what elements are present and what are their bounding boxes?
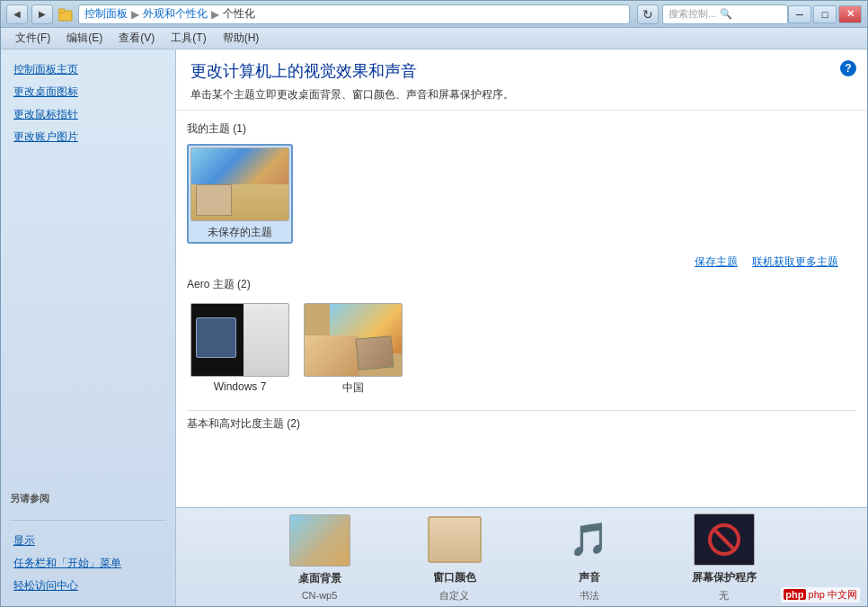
overlay-box <box>196 184 232 216</box>
china-label: 中国 <box>342 380 364 396</box>
theme-item-china[interactable]: 中国 <box>300 299 406 399</box>
window-controls: ─ □ ✕ <box>788 5 862 23</box>
title-bar: ◀ ▶ 控制面板 ▶ 外观和个性化 ▶ 个性化 ↻ 搜索控制... 🔍 ─ □ … <box>1 1 867 28</box>
light-part <box>244 304 288 377</box>
address-root[interactable]: 控制面板 <box>84 6 128 22</box>
aero-themes-grid: Windows 7 中国 <box>187 299 856 399</box>
theme-item-unsaved[interactable]: 未保存的主题 <box>187 144 293 244</box>
desktop-bg-label: 桌面背景 <box>298 571 341 586</box>
menu-view[interactable]: 查看(V) <box>111 29 162 48</box>
toolbar-item-desktop-bg[interactable]: 桌面背景 CN-wp5 <box>266 513 374 601</box>
sidebar-item-desktop-icons[interactable]: 更改桌面图标 <box>10 83 166 102</box>
desktop-bg-icon-box <box>289 513 350 567</box>
content-title: 更改计算机上的视觉效果和声音 <box>190 60 853 82</box>
save-theme-link[interactable]: 保存主题 <box>695 254 738 270</box>
win7-label: Windows 7 <box>214 380 267 393</box>
address-level2: 个性化 <box>223 6 255 22</box>
window-color-icon <box>428 516 482 563</box>
search-bar[interactable]: 搜索控制... 🔍 <box>662 4 788 24</box>
toolbar-item-screensaver[interactable]: 屏幕保护程序 无 <box>670 513 778 603</box>
sidebar-item-account-picture[interactable]: 更改账户图片 <box>10 128 166 147</box>
sidebar-item-display[interactable]: 显示 <box>10 531 166 550</box>
menu-help[interactable]: 帮助(H) <box>216 29 267 48</box>
search-placeholder: 搜索控制... <box>669 7 716 21</box>
sidebar-section-title: 另请参阅 <box>10 492 166 505</box>
sidebar-item-taskbar[interactable]: 任务栏和「开始」菜单 <box>10 554 166 573</box>
svg-rect-1 <box>58 9 65 13</box>
blue-glass <box>196 317 236 358</box>
folder-icon <box>58 7 73 22</box>
theme-preview-win7 <box>190 303 289 377</box>
content-panel: 更改计算机上的视觉效果和声音 单击某个主题立即更改桌面背景、窗口颜色、声音和屏幕… <box>176 49 867 606</box>
toolbar-item-sound[interactable]: 🎵 声音 书法 <box>536 513 643 603</box>
screensaver-sublabel: 无 <box>719 589 729 603</box>
sidebar: 控制面板主页 更改桌面图标 更改鼠标指针 更改账户图片 另请参阅 显示 任务栏和… <box>1 49 176 606</box>
close-button[interactable]: ✕ <box>838 5 862 23</box>
sound-icon-box: 🎵 <box>559 513 620 567</box>
desktop-bg-icon <box>289 514 350 567</box>
sound-label: 声音 <box>579 570 600 585</box>
nav-controls: ◀ ▶ <box>6 4 53 24</box>
help-icon[interactable]: ? <box>840 60 856 76</box>
main-area: 控制面板主页 更改桌面图标 更改鼠标指针 更改账户图片 另请参阅 显示 任务栏和… <box>1 49 867 606</box>
address-level1[interactable]: 外观和个性化 <box>143 6 208 22</box>
back-button[interactable]: ◀ <box>6 4 28 24</box>
get-more-themes-link[interactable]: 联机获取更多主题 <box>752 254 838 270</box>
screensaver-icon <box>694 513 755 566</box>
sidebar-item-mouse-pointer[interactable]: 更改鼠标指针 <box>10 105 166 124</box>
maximize-button[interactable]: □ <box>813 5 837 23</box>
window-color-icon-box <box>424 513 485 567</box>
menu-file[interactable]: 文件(F) <box>8 29 58 48</box>
theme-preview-china <box>304 303 403 377</box>
aero-themes-label: Aero 主题 (2) <box>187 277 856 292</box>
bottom-toolbar: 桌面背景 CN-wp5 窗口颜色 自定义 🎵 声音 <box>176 507 867 606</box>
toolbar-item-window-color[interactable]: 窗口颜色 自定义 <box>401 513 509 603</box>
menu-edit[interactable]: 编辑(E) <box>59 29 110 48</box>
sidebar-item-home[interactable]: 控制面板主页 <box>10 60 166 79</box>
unsaved-theme-label: 未保存的主题 <box>208 225 272 240</box>
basic-themes-label: 基本和高对比度主题 (2) <box>187 410 856 435</box>
screensaver-icon-box <box>694 513 755 567</box>
sky-part <box>191 148 288 189</box>
desktop-bg-sublabel: CN-wp5 <box>302 590 338 601</box>
menu-tools[interactable]: 工具(T) <box>164 29 213 48</box>
sound-icon: 🎵 <box>569 521 609 558</box>
minimize-button[interactable]: ─ <box>788 5 811 23</box>
theme-item-win7[interactable]: Windows 7 <box>187 299 293 399</box>
content-header: 更改计算机上的视觉效果和声音 单击某个主题立即更改桌面背景、窗口颜色、声音和屏幕… <box>176 49 867 111</box>
theme-preview-unsaved <box>190 147 289 221</box>
china-img-stack <box>356 335 394 370</box>
forward-button[interactable]: ▶ <box>31 4 53 24</box>
address-bar[interactable]: 控制面板 ▶ 外观和个性化 ▶ 个性化 <box>78 4 630 24</box>
themes-area[interactable]: 我的主题 (1) 未保存的主题 保存主题 联机获取更 <box>176 111 867 507</box>
china-img-layer2 <box>305 335 359 376</box>
no-sign <box>708 523 740 556</box>
search-icon: 🔍 <box>720 8 732 20</box>
sidebar-divider <box>10 520 166 521</box>
screensaver-label: 屏幕保护程序 <box>692 570 757 585</box>
window-color-label: 窗口颜色 <box>433 570 476 585</box>
my-themes-label: 我的主题 (1) <box>187 121 856 137</box>
sound-sublabel: 书法 <box>580 589 599 603</box>
menu-bar: 文件(F) 编辑(E) 查看(V) 工具(T) 帮助(H) <box>1 28 867 49</box>
refresh-button[interactable]: ↻ <box>637 4 659 24</box>
php-watermark: php php 中文网 <box>781 587 860 603</box>
sidebar-item-accessibility[interactable]: 轻松访问中心 <box>10 576 166 595</box>
window-color-sublabel: 自定义 <box>439 589 469 603</box>
main-window: ◀ ▶ 控制面板 ▶ 外观和个性化 ▶ 个性化 ↻ 搜索控制... 🔍 ─ □ … <box>0 0 868 607</box>
my-themes-grid: 未保存的主题 <box>187 144 856 244</box>
save-links: 保存主题 联机获取更多主题 <box>187 254 856 270</box>
content-subtitle: 单击某个主题立即更改桌面背景、窗口颜色、声音和屏幕保护程序。 <box>190 87 853 103</box>
